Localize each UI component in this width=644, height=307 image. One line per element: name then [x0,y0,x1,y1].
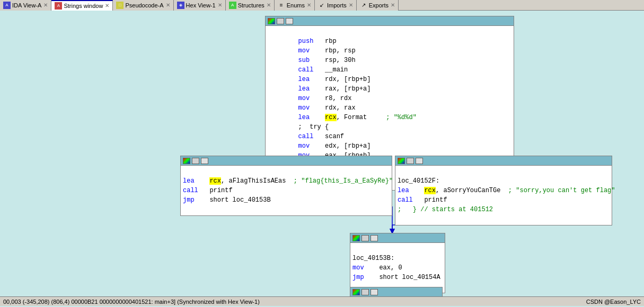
structures-icon: A [229,2,236,9]
pseudocode-icon: □ [116,2,123,9]
main-area: push rbp mov rbp, rsp sub rsp, 30h call … [0,11,644,306]
left-block-content: lea rcx, aFlagThisIsAEas ; "flag{this_Is… [181,166,392,215]
tab-imports[interactable]: ↙ Imports ✕ [315,0,357,11]
right-block-content: loc_40152F: lea rcx, aSorryYouCanTGe ; "… [395,166,612,225]
tab-close-ida[interactable]: ✕ [43,2,48,8]
tab-close-hex[interactable]: ✕ [218,2,222,8]
color-btn[interactable] [268,18,275,24]
left-code-block: lea rcx, aFlagThisIsAEas ; "flag{this_Is… [180,156,392,216]
tab-close-structs[interactable]: ✕ [267,2,271,8]
b2-grid-btn[interactable] [370,289,378,295]
tab-strings-window[interactable]: A Strings window ✕ [51,0,113,11]
tab-close-strings[interactable]: ✕ [105,3,109,8]
img-btn[interactable] [277,18,284,24]
bottom2-block-header [350,287,442,297]
b2-img-btn[interactable] [361,289,369,295]
enums-icon: ≡ [278,2,285,9]
right-grid-btn[interactable] [416,158,423,164]
right-block-header [395,156,612,166]
tab-ida-view[interactable]: A IDA View-A ✕ [0,0,51,11]
hex-view-icon: ◈ [177,2,184,9]
bottom1-block-content: loc_40153B: mov eax, 0 jmp short loc_401… [350,243,445,293]
tab-hex-view[interactable]: ◈ Hex View-1 ✕ [174,0,226,11]
b1-color-btn[interactable] [352,235,360,241]
tab-structures[interactable]: A Structures ✕ [226,0,275,11]
right-img-btn[interactable] [407,158,414,164]
tab-enums[interactable]: ≡ Enums ✕ [275,0,315,11]
left-img-btn[interactable] [192,158,199,164]
imports-icon: ↙ [318,2,325,9]
status-bar: 00,003 (-345,208) (806,4) 00000B21 00000… [0,296,644,306]
top-block-header [266,16,514,26]
status-left: 00,003 (-345,208) (806,4) 00000B21 00000… [3,299,260,305]
status-right: CSDN @Eason_LYC [586,299,641,305]
ida-view-icon: A [3,2,11,9]
tab-close-exports[interactable]: ✕ [391,2,395,8]
strings-window-icon: A [55,2,62,10]
b2-color-btn[interactable] [352,289,360,295]
tab-close-pseudo[interactable]: ✕ [166,2,170,8]
tab-pseudocode[interactable]: □ Pseudocode-A ✕ [113,0,173,11]
left-block-header [181,156,392,166]
tab-bar: A IDA View-A ✕ A Strings window ✕ □ Pseu… [0,0,644,11]
tab-close-imports[interactable]: ✕ [349,2,353,8]
tab-close-enums[interactable]: ✕ [307,2,311,8]
left-grid-btn[interactable] [201,158,208,164]
b1-img-btn[interactable] [361,235,369,241]
bottom1-code-block: loc_40153B: mov eax, 0 jmp short loc_401… [350,233,445,293]
bottom1-block-header [350,233,445,243]
b1-grid-btn[interactable] [370,235,378,241]
right-code-block: loc_40152F: lea rcx, aSorryYouCanTGe ; "… [395,156,612,225]
left-color-btn[interactable] [183,158,190,164]
exports-icon: ↗ [360,2,367,9]
grid-btn[interactable] [286,18,293,24]
tab-exports[interactable]: ↗ Exports ✕ [357,0,399,11]
right-color-btn[interactable] [398,158,405,164]
